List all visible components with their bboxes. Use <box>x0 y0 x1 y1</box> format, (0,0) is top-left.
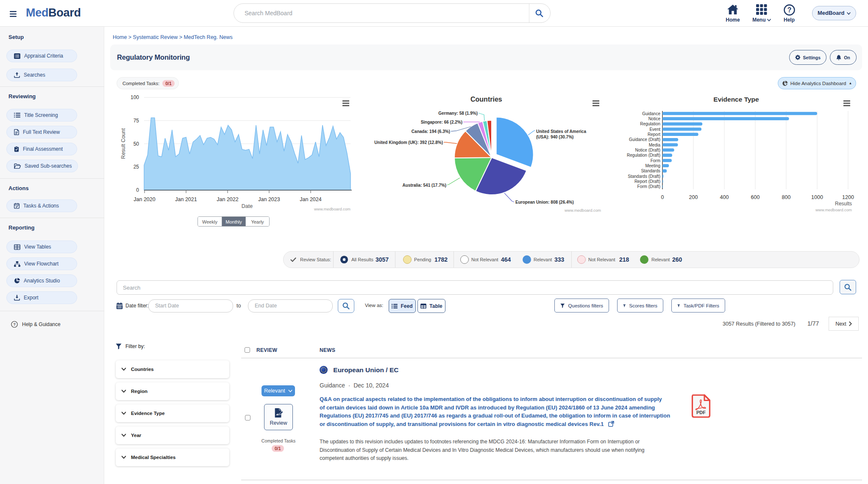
svg-text:Date: Date <box>242 203 253 209</box>
svg-text:50: 50 <box>134 141 139 147</box>
svg-text:Canada: 194 (6.3%): Canada: 194 (6.3%) <box>412 129 450 134</box>
svg-text:PDF: PDF <box>696 410 706 415</box>
svg-text:Evidence Type: Evidence Type <box>713 96 759 103</box>
svg-text:Notice: Notice <box>648 116 661 121</box>
svg-text:Notice (Draft): Notice (Draft) <box>635 148 660 152</box>
svg-text:Report: Report <box>648 132 660 137</box>
svg-text:0: 0 <box>661 194 664 200</box>
svg-text:Guidance: Guidance <box>642 111 660 116</box>
svg-text:United States of America: United States of America <box>536 129 586 134</box>
svg-text:100: 100 <box>131 94 139 100</box>
svg-text:Jan 2021: Jan 2021 <box>175 196 197 202</box>
svg-text:(USA): 940 (30.7%): (USA): 940 (30.7%) <box>536 135 573 139</box>
svg-text:75: 75 <box>134 118 139 124</box>
svg-text:Form (Draft): Form (Draft) <box>637 184 660 189</box>
svg-text:400: 400 <box>720 194 729 200</box>
svg-text:Standards (Draft): Standards (Draft) <box>628 174 660 179</box>
svg-text:Jan 2022: Jan 2022 <box>217 196 238 202</box>
svg-text:800: 800 <box>782 194 791 200</box>
svg-text:Meeting: Meeting <box>645 163 660 168</box>
svg-text:0: 0 <box>136 187 139 193</box>
svg-text:Regulation (Draft): Regulation (Draft) <box>627 153 660 158</box>
svg-text:Countries: Countries <box>470 96 502 103</box>
svg-text:United Kingdom (UK): 392 (12.8: United Kingdom (UK): 392 (12.8%) <box>374 140 443 145</box>
svg-text:1200: 1200 <box>842 194 854 200</box>
svg-text:1000: 1000 <box>811 194 823 200</box>
svg-text:www.medboard.com: www.medboard.com <box>314 207 351 211</box>
svg-text:Form: Form <box>651 158 660 163</box>
svg-text:www.medboard.com: www.medboard.com <box>564 208 601 213</box>
svg-text:European Union: 808 (26.4%): European Union: 808 (26.4%) <box>515 200 574 205</box>
svg-text:Jan 2020: Jan 2020 <box>134 196 155 202</box>
svg-text:www.medboard.com: www.medboard.com <box>815 207 852 212</box>
svg-text:Germany: 58 (1.9%): Germany: 58 (1.9%) <box>438 111 478 116</box>
svg-text:Standards: Standards <box>641 169 660 173</box>
svg-text:Jan 2023: Jan 2023 <box>258 196 280 202</box>
svg-text:25: 25 <box>134 164 139 170</box>
svg-text:Singapore: 66 (2.2%): Singapore: 66 (2.2%) <box>421 120 462 124</box>
svg-text:600: 600 <box>751 194 760 200</box>
svg-text:200: 200 <box>689 194 698 200</box>
svg-text:Media: Media <box>649 143 661 147</box>
svg-text:Regulation: Regulation <box>640 122 660 126</box>
svg-text:Guidance (Draft): Guidance (Draft) <box>629 137 660 142</box>
svg-text:Result Count: Result Count <box>120 128 126 159</box>
svg-text:Report (Draft): Report (Draft) <box>634 179 660 184</box>
svg-text:Event: Event <box>649 127 660 132</box>
svg-text:Australia: 541 (17.7%): Australia: 541 (17.7%) <box>403 183 446 188</box>
svg-text:?: ? <box>13 322 16 326</box>
svg-text:Results: Results <box>835 201 852 207</box>
svg-text:Jan 2024: Jan 2024 <box>300 196 321 202</box>
svg-text:?: ? <box>787 6 791 14</box>
